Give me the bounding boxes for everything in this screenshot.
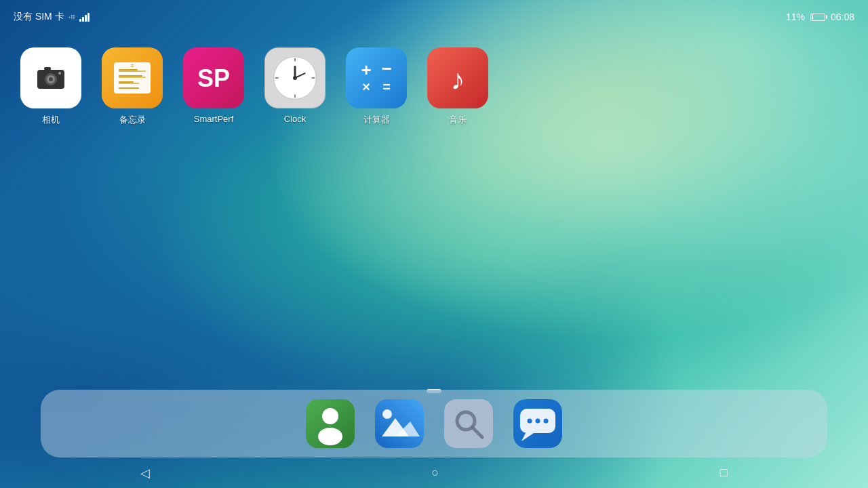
clock-svg: [265, 47, 325, 108]
calculator-label: 计算器: [363, 114, 390, 126]
svg-text:−: −: [381, 58, 391, 79]
svg-point-41: [382, 409, 392, 419]
music-icon-bg: ♪: [427, 47, 488, 108]
svg-text:≡: ≡: [130, 62, 134, 69]
smartperf-icon-bg: SP: [183, 47, 244, 108]
svg-text:+: +: [361, 60, 371, 80]
svg-rect-15: [119, 81, 134, 83]
smartperf-svg: SP: [183, 47, 244, 108]
svg-point-50: [544, 419, 549, 424]
app-music[interactable]: ♪ 音乐: [427, 47, 488, 126]
notes-label: 备忘录: [119, 114, 146, 126]
dock: [41, 390, 827, 458]
camera-icon-bg: [20, 47, 81, 108]
app-notes[interactable]: ≡ 备忘录: [102, 47, 163, 126]
svg-point-6: [58, 72, 61, 75]
nav-home-button[interactable]: ○: [418, 460, 452, 485]
contacts-svg: [306, 399, 355, 448]
calculator-svg: + − × =: [346, 47, 407, 108]
clock-label: Clock: [284, 114, 307, 124]
signal-bar-3: [85, 15, 87, 22]
svg-rect-42: [444, 399, 493, 448]
appstore-svg: [444, 399, 493, 448]
svg-text:=: =: [382, 79, 391, 94]
svg-rect-14: [119, 75, 142, 77]
sim-icon: ·⌗: [68, 12, 75, 22]
battery-icon: [810, 14, 825, 21]
sim-status: 没有 SIM 卡: [14, 11, 64, 23]
status-left: 没有 SIM 卡 ·⌗: [14, 11, 90, 23]
clock-time: 06:08: [831, 12, 854, 22]
svg-point-49: [536, 419, 540, 424]
svg-point-27: [293, 76, 297, 80]
signal-bar-1: [79, 19, 81, 22]
camera-svg: [33, 60, 68, 96]
svg-rect-38: [375, 399, 424, 448]
music-label: 音乐: [449, 114, 467, 126]
messages-svg: [513, 399, 562, 448]
status-right: 11% 06:08: [786, 12, 854, 22]
svg-point-4: [49, 77, 53, 81]
svg-rect-28: [346, 47, 407, 108]
app-smartperf[interactable]: SP SmartPerf: [183, 47, 244, 126]
svg-text:♪: ♪: [451, 64, 465, 96]
battery-percent: 11%: [786, 12, 805, 22]
svg-point-36: [322, 408, 338, 424]
dock-appstore[interactable]: [444, 399, 493, 448]
notes-icon-bg: ≡: [102, 47, 163, 108]
calculator-icon-bg: + − × =: [346, 47, 407, 108]
camera-label: 相机: [42, 114, 60, 126]
app-grid: 相机 ≡: [20, 47, 488, 126]
signal-bar-4: [87, 13, 90, 22]
svg-text:SP: SP: [197, 64, 230, 92]
svg-rect-16: [119, 87, 139, 89]
signal-bar-2: [82, 17, 84, 22]
photos-svg: [375, 399, 424, 448]
svg-rect-13: [119, 69, 138, 70]
nav-recents-button[interactable]: □: [707, 460, 741, 485]
app-clock[interactable]: Clock: [264, 47, 326, 126]
svg-rect-5: [44, 67, 51, 70]
svg-point-48: [528, 419, 532, 424]
dock-messages[interactable]: [513, 399, 562, 448]
battery-fill: [812, 15, 813, 20]
nav-bar: ◁ ○ □: [0, 461, 868, 488]
svg-text:×: ×: [362, 79, 370, 94]
notes-svg: ≡: [102, 47, 163, 108]
app-camera[interactable]: 相机: [20, 47, 81, 126]
signal-bars: [79, 12, 90, 22]
battery-body: [810, 14, 825, 21]
clock-icon-bg: [264, 47, 326, 108]
nav-back-button[interactable]: ◁: [127, 460, 163, 486]
status-bar: 没有 SIM 卡 ·⌗ 11% 06:08: [0, 0, 868, 34]
music-svg: ♪: [427, 47, 488, 108]
smartperf-label: SmartPerf: [194, 114, 234, 124]
app-calculator[interactable]: + − × = 计算器: [346, 47, 407, 126]
dock-contacts[interactable]: [306, 399, 355, 448]
svg-point-37: [318, 428, 342, 445]
dock-photos[interactable]: [375, 399, 424, 448]
